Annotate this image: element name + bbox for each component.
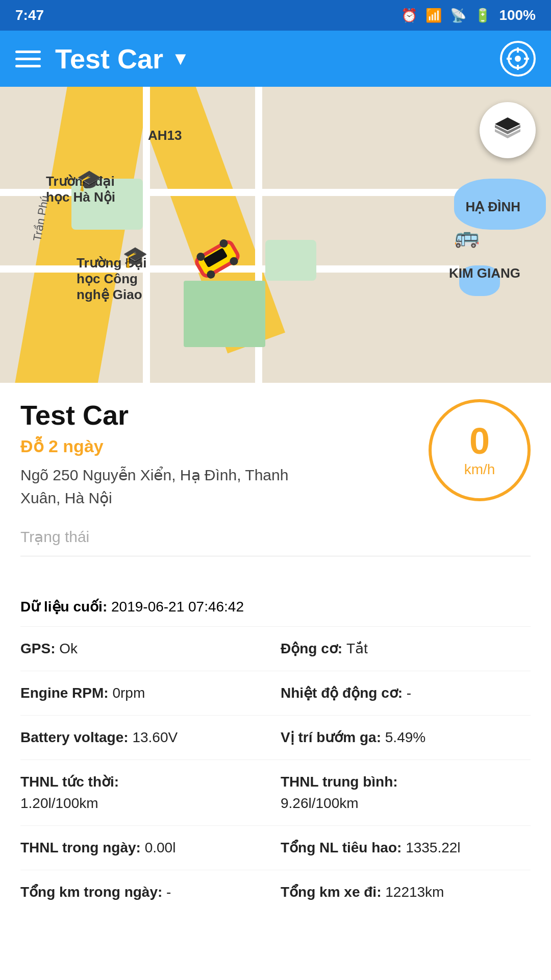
total-km-cell: Tổng km xe đi: 12213km: [281, 881, 531, 903]
data-row-1: Engine RPM: 0rpm Nhiệt độ động cơ: -: [20, 671, 531, 716]
thnl-instant-value: 1.20l/100km: [20, 793, 270, 814]
data-row-0: GPS: Ok Động cơ: Tắt: [20, 627, 531, 671]
last-data-label: Dữ liệu cuối:: [20, 599, 107, 615]
battery-icon: 🔋: [474, 8, 491, 23]
rpm-value: 0rpm: [112, 685, 145, 701]
nav-title-text: Test Car: [55, 43, 163, 75]
km-day-value: -: [166, 884, 171, 900]
total-fuel-label: Tổng NL tiêu hao:: [281, 840, 406, 855]
layers-icon: [492, 115, 523, 145]
thnl-day-label: THNL trong ngày:: [20, 840, 145, 855]
signal-icon: 📡: [450, 8, 466, 23]
last-data-value: 2019-06-21 07:46:42: [111, 599, 244, 615]
thnl-instant-label: THNL tức thời:: [20, 771, 270, 793]
hamburger-menu-button[interactable]: [15, 51, 41, 67]
thnl-avg-label: THNL trung bình:: [281, 771, 531, 793]
nav-bar: Test Car ▼: [0, 31, 551, 87]
engine-cell: Động cơ: Tắt: [281, 638, 531, 659]
map-pin-school1: 🎓: [77, 168, 102, 192]
speed-value: 0: [469, 423, 490, 459]
battery-label: Battery voltage:: [20, 729, 132, 745]
thnl-day-cell: THNL trong ngày: 0.00l: [20, 837, 281, 859]
data-row-3: THNL tức thời: 1.20l/100km THNL trung bì…: [20, 760, 531, 826]
km-day-cell: Tổng km trong ngày: -: [20, 881, 281, 903]
nav-bar-left: Test Car ▼: [15, 43, 190, 75]
km-day-label: Tổng km trong ngày:: [20, 884, 166, 900]
info-header: Test Car Đỗ 2 ngày Ngõ 250 Nguyễn Xiển, …: [20, 399, 531, 509]
throttle-label: Vị trí bướm ga:: [281, 729, 385, 745]
trang-thai-section: Trạng thái: [20, 528, 531, 556]
battery-percent: 100%: [499, 7, 536, 23]
thnl-instant-cell: THNL tức thời: 1.20l/100km: [20, 771, 281, 814]
data-row-5: Tổng km trong ngày: - Tổng km xe đi: 122…: [20, 870, 531, 914]
last-data-row: Dữ liệu cuối: 2019-06-21 07:46:42: [20, 587, 531, 627]
throttle-cell: Vị trí bướm ga: 5.49%: [281, 727, 531, 748]
data-row-2: Battery voltage: 13.60V Vị trí bướm ga: …: [20, 716, 531, 760]
dropdown-arrow-icon: ▼: [171, 48, 190, 69]
nav-title[interactable]: Test Car ▼: [55, 43, 190, 75]
location-target-icon: [507, 47, 529, 70]
engine-value: Tắt: [346, 641, 368, 656]
rpm-cell: Engine RPM: 0rpm: [20, 682, 281, 704]
trang-thai-label: Trạng thái: [20, 528, 89, 545]
gps-label: GPS:: [20, 641, 59, 656]
speed-circle: 0 km/h: [429, 399, 531, 501]
status-time: 7:47: [15, 7, 44, 23]
vehicle-name: Test Car: [20, 399, 418, 431]
throttle-value: 5.49%: [385, 729, 425, 745]
alarm-icon: ⏰: [401, 8, 417, 23]
data-row-4: THNL trong ngày: 0.00l Tổng NL tiêu hao:…: [20, 826, 531, 870]
total-km-label: Tổng km xe đi:: [281, 884, 385, 900]
temp-label: Nhiệt độ động cơ:: [281, 685, 407, 701]
status-icons: ⏰ 📶 📡 🔋 100%: [401, 7, 536, 23]
engine-label: Động cơ:: [281, 641, 346, 656]
vehicle-status: Đỗ 2 ngày: [20, 436, 418, 456]
wifi-icon: 📶: [425, 8, 442, 23]
gps-value: Ok: [59, 641, 78, 656]
thnl-day-value: 0.00l: [145, 840, 176, 855]
total-fuel-cell: Tổng NL tiêu hao: 1335.22l: [281, 837, 531, 859]
gps-cell: GPS: Ok: [20, 638, 281, 659]
svg-point-1: [515, 56, 521, 62]
map-layer-button[interactable]: [480, 102, 536, 158]
map-background: Trường đạihọc Hà Nội AH13 HẠ ĐÌNH KIM GI…: [0, 87, 551, 383]
map-area[interactable]: Trường đạihọc Hà Nội AH13 HẠ ĐÌNH KIM GI…: [0, 87, 551, 383]
info-panel: Test Car Đỗ 2 ngày Ngõ 250 Nguyễn Xiển, …: [0, 384, 551, 572]
map-pin-school2: 🎓: [122, 245, 148, 269]
thnl-avg-cell: THNL trung bình: 9.26l/100km: [281, 771, 531, 814]
status-bar: 7:47 ⏰ 📶 📡 🔋 100%: [0, 0, 551, 31]
total-fuel-value: 1335.22l: [406, 840, 460, 855]
location-target-button[interactable]: [500, 41, 536, 77]
info-left: Test Car Đỗ 2 ngày Ngõ 250 Nguyễn Xiển, …: [20, 399, 418, 509]
thnl-avg-value: 9.26l/100km: [281, 793, 531, 814]
speed-unit: km/h: [464, 461, 495, 478]
vehicle-address: Ngõ 250 Nguyễn Xiển, Hạ Đình, Thanh Xuân…: [20, 463, 306, 509]
temp-cell: Nhiệt độ động cơ: -: [281, 682, 531, 704]
rpm-label: Engine RPM:: [20, 685, 112, 701]
map-pin-bus: 🚌: [454, 225, 480, 249]
temp-value: -: [407, 685, 411, 701]
data-section: Dữ liệu cuối: 2019-06-21 07:46:42 GPS: O…: [0, 572, 551, 929]
battery-cell: Battery voltage: 13.60V: [20, 727, 281, 748]
total-km-value: 12213km: [385, 884, 444, 900]
battery-value: 13.60V: [132, 729, 178, 745]
